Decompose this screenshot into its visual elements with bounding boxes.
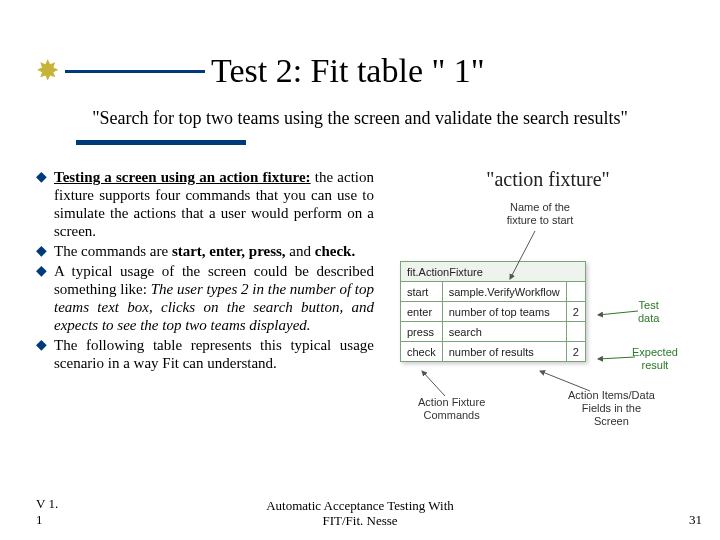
slide-title: Test 2: Fit table " 1" xyxy=(211,52,485,90)
page-number: 31 xyxy=(660,512,720,528)
title-underline xyxy=(65,70,205,73)
slide-subtitle: "Search for top two teams using the scre… xyxy=(0,108,720,129)
svg-line-3 xyxy=(422,371,445,396)
bullet-item: ◆ The following table represents this ty… xyxy=(36,336,374,372)
bullet-list: ◆ Testing a screen using an action fixtu… xyxy=(36,168,374,374)
bullet-item: ◆ Testing a screen using an action fixtu… xyxy=(36,168,374,240)
svg-line-4 xyxy=(540,371,590,391)
diamond-icon: ◆ xyxy=(36,242,54,260)
diamond-icon: ◆ xyxy=(36,168,54,186)
bullet-text: A typical usage of the screen could be d… xyxy=(54,262,374,334)
bullet-item: ◆ The commands are start, enter, press, … xyxy=(36,242,374,260)
bullet-item: ◆ A typical usage of the screen could be… xyxy=(36,262,374,334)
bullet-text: Testing a screen using an action fixture… xyxy=(54,168,374,240)
bullet-text: The following table represents this typi… xyxy=(54,336,374,372)
diagram-panel: "action fixture" Name of the fixture to … xyxy=(390,168,706,441)
footer-center: Automatic Acceptance Testing WithFIT/Fit… xyxy=(60,498,660,528)
divider-bar xyxy=(76,140,246,145)
svg-line-2 xyxy=(598,357,635,359)
diamond-icon: ◆ xyxy=(36,336,54,354)
diagram-caption: "action fixture" xyxy=(390,168,706,191)
footer: V 1. 1 Automatic Acceptance Testing With… xyxy=(0,496,720,528)
action-fixture-diagram: Name of the fixture to start fit.ActionF… xyxy=(390,201,706,441)
diamond-icon: ◆ xyxy=(36,262,54,280)
arrows-icon xyxy=(390,201,706,441)
svg-line-1 xyxy=(598,311,638,315)
title-bullet-icon: ✸ xyxy=(36,57,59,85)
svg-line-0 xyxy=(510,231,535,279)
version-label: V 1. 1 xyxy=(0,496,60,528)
title-row: ✸ Test 2: Fit table " 1" xyxy=(0,52,720,90)
bullet-text: The commands are start, enter, press, an… xyxy=(54,242,374,260)
